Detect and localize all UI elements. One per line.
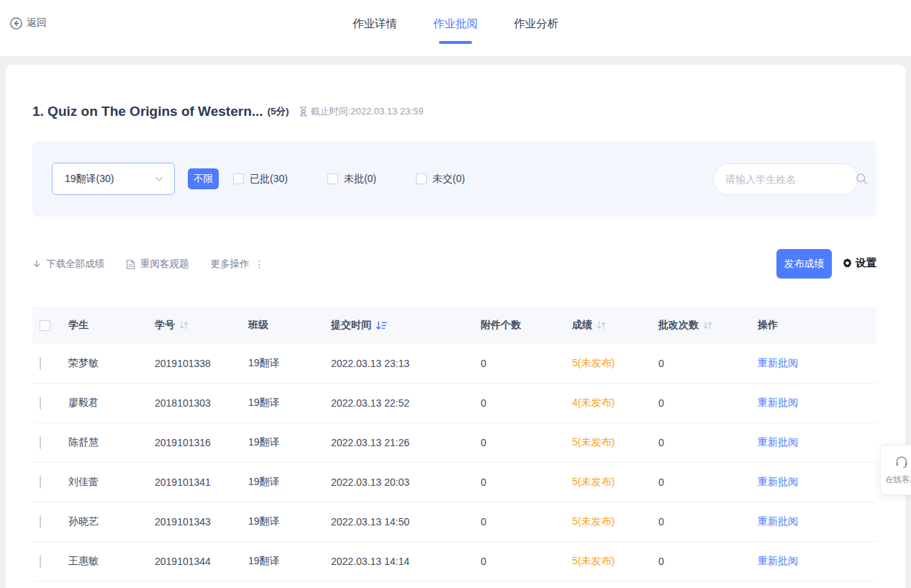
re-review-link[interactable]: 重新批阅	[758, 357, 798, 368]
row-checkbox[interactable]	[40, 555, 41, 568]
attachment-count: 0	[481, 437, 572, 448]
student-id: 2019101344	[155, 556, 248, 567]
submit-time: 2022.03.13 20:03	[331, 476, 481, 488]
student-name: 孙晓艺	[68, 515, 155, 528]
active-tab-underline	[439, 41, 472, 44]
student-id: 2019101343	[155, 516, 248, 528]
student-id: 2019101316	[155, 437, 248, 448]
sort-icon-active-desc	[376, 321, 387, 330]
column-header-submit-time[interactable]: 提交时间	[331, 319, 481, 332]
search-icon[interactable]	[856, 173, 868, 185]
deadline-label: 截止时间:2022.03.13 23:59	[311, 105, 424, 118]
row-checkbox[interactable]	[40, 476, 41, 489]
checkbox-icon	[416, 173, 427, 184]
top-header: 返回 作业详情 作业批阅 作业分析	[0, 0, 911, 56]
document-icon	[126, 259, 135, 270]
column-header-score[interactable]: 成绩	[572, 319, 658, 332]
column-header-student: 学生	[68, 319, 155, 332]
student-class: 19翻译	[248, 555, 331, 568]
row-checkbox[interactable]	[40, 515, 41, 528]
submit-time: 2022.03.13 22:52	[331, 397, 481, 409]
download-all-scores-button[interactable]: 下载全部成绩	[32, 258, 104, 271]
back-button[interactable]: 返回	[10, 17, 47, 30]
class-select-dropdown[interactable]: 19翻译(30)	[52, 163, 175, 195]
assignment-title: 1. Quiz on The Origins of Western...	[32, 104, 263, 119]
table-row: 荣梦敏 2019101338 19翻译 2022.03.13 23:13 0 5…	[32, 344, 876, 384]
score-cell: 5(未发布)	[572, 555, 658, 568]
toolbar-row: 下载全部成绩 重阅客观题 更多操作 ⋮ 发布成绩	[32, 249, 876, 279]
table-row: 陈舒慧 2019101316 19翻译 2022.03.13 21:26 0 5…	[32, 423, 876, 463]
row-checkbox[interactable]	[40, 357, 41, 370]
back-label: 返回	[27, 17, 47, 30]
attachment-count: 0	[481, 358, 572, 369]
vertical-dots-icon: ⋮	[255, 258, 264, 270]
column-header-student-id[interactable]: 学号	[155, 319, 248, 332]
attachment-count: 0	[481, 516, 572, 528]
select-all-checkbox[interactable]	[40, 320, 50, 331]
attachment-count: 0	[481, 556, 572, 567]
student-name: 荣梦敏	[68, 357, 155, 370]
hourglass-icon	[299, 107, 307, 117]
customer-service-label: 在线客服	[885, 474, 911, 485]
column-header-attachments: 附件个数	[481, 319, 572, 332]
submit-time: 2022.03.13 14:14	[331, 556, 481, 567]
table-row: 王惠敏 2019101344 19翻译 2022.03.13 14:14 0 5…	[32, 542, 876, 582]
attachment-count: 0	[481, 476, 572, 488]
back-icon	[10, 17, 22, 30]
assignment-title-row: 1. Quiz on The Origins of Western... (5分…	[32, 104, 876, 119]
review-count: 0	[658, 516, 758, 528]
review-count: 0	[658, 397, 758, 409]
deadline: 截止时间:2022.03.13 23:59	[299, 105, 424, 118]
student-name: 刘佳蕾	[68, 476, 155, 489]
sort-icon-inactive	[179, 321, 189, 330]
re-review-link[interactable]: 重新批阅	[758, 515, 798, 527]
settings-button[interactable]: 设置	[842, 256, 876, 270]
score-cell: 4(未发布)	[572, 397, 658, 410]
attachment-count: 0	[481, 397, 572, 409]
re-review-link[interactable]: 重新批阅	[758, 555, 798, 566]
student-name: 陈舒慧	[68, 436, 155, 449]
re-review-link[interactable]: 重新批阅	[758, 476, 798, 487]
tab-assignment-details[interactable]: 作业详情	[353, 16, 397, 44]
filter-checkbox-unsubmitted[interactable]: 未交(0)	[416, 173, 465, 186]
row-checkbox[interactable]	[40, 397, 41, 410]
score-cell: 5(未发布)	[572, 436, 658, 449]
submit-time: 2022.03.13 23:13	[331, 358, 481, 369]
column-header-class: 班级	[248, 319, 331, 332]
filter-all-button[interactable]: 不限	[188, 168, 219, 189]
publish-scores-button[interactable]: 发布成绩	[776, 249, 832, 279]
student-search-input[interactable]	[725, 173, 856, 185]
student-id: 2019101338	[155, 358, 248, 369]
online-customer-service-widget[interactable]: 在线客服	[880, 445, 911, 495]
table-row: 廖毅君 2018101303 19翻译 2022.03.13 22:52 0 4…	[32, 384, 876, 423]
column-header-review-count[interactable]: 批改次数	[658, 319, 758, 332]
more-actions-button[interactable]: 更多操作 ⋮	[211, 258, 264, 271]
sort-icon-inactive	[597, 321, 606, 330]
tab-assignment-review[interactable]: 作业批阅	[433, 16, 478, 44]
filter-checkbox-unreviewed[interactable]: 未批(0)	[327, 173, 376, 186]
score-cell: 5(未发布)	[572, 515, 658, 528]
student-id: 2018101303	[155, 397, 248, 409]
download-icon	[32, 260, 41, 269]
students-table: 学生 学号 班级 提交时间	[32, 307, 876, 582]
re-review-link[interactable]: 重新批阅	[758, 397, 798, 408]
re-review-link[interactable]: 重新批阅	[758, 436, 798, 448]
review-objective-questions-button[interactable]: 重阅客观题	[126, 258, 189, 271]
main-content-card: 1. Quiz on The Origins of Western... (5分…	[6, 65, 905, 588]
table-row: 刘佳蕾 2019101341 19翻译 2022.03.13 20:03 0 5…	[32, 463, 876, 502]
tab-bar: 作业详情 作业批阅 作业分析	[353, 16, 558, 44]
review-count: 0	[658, 476, 758, 488]
column-header-actions: 操作	[758, 319, 876, 332]
filter-bar: 19翻译(30) 不限 已批(30) 未批(0) 未交(0)	[32, 141, 876, 217]
filter-checkbox-reviewed[interactable]: 已批(30)	[233, 173, 288, 186]
student-class: 19翻译	[248, 515, 331, 528]
student-class: 19翻译	[248, 397, 331, 410]
score-cell: 5(未发布)	[572, 357, 658, 370]
student-name: 王惠敏	[68, 555, 155, 568]
tab-assignment-analysis[interactable]: 作业分析	[514, 16, 558, 44]
gear-icon	[842, 258, 853, 268]
submit-time: 2022.03.13 21:26	[331, 437, 481, 448]
student-id: 2019101341	[155, 476, 248, 488]
row-checkbox[interactable]	[40, 436, 41, 449]
score-cell: 5(未发布)	[572, 476, 658, 489]
